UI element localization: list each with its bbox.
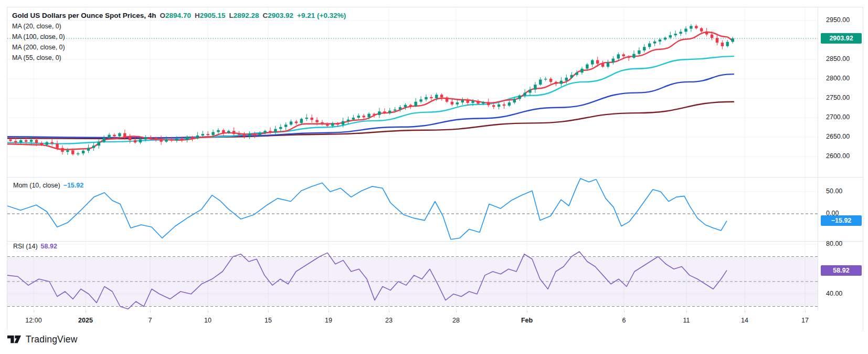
time-label-17: 17	[801, 317, 809, 324]
candle-body	[684, 29, 687, 32]
time-tick	[389, 310, 389, 313]
candle-body	[679, 32, 682, 34]
candle-body	[336, 123, 339, 124]
rsi-legend[interactable]: RSI (14)58.92	[12, 243, 58, 250]
candle-body	[165, 139, 167, 141]
candle-body	[580, 69, 583, 72]
candle-body	[731, 38, 734, 42]
candle-body	[186, 137, 188, 140]
momentum-label: Mom (10, close)	[13, 182, 60, 189]
tradingview-logo-icon	[7, 333, 22, 346]
time-label-12:00: 12:00	[25, 317, 41, 324]
candle-body	[534, 85, 536, 90]
ohlc-value-O: 2894.70	[165, 12, 191, 19]
candle-body	[56, 144, 58, 148]
candle-body	[144, 137, 147, 139]
candle-body	[61, 148, 63, 152]
momentum-legend[interactable]: Mom (10, close)−15.92	[12, 182, 84, 189]
price-tick-2750: 2750.00	[826, 94, 850, 101]
time-axis[interactable]: 12:00202571015192328Feb6111417	[7, 310, 863, 330]
candle-body	[284, 124, 287, 127]
candle-body	[425, 97, 427, 99]
candle-body	[363, 116, 365, 117]
time-tick	[527, 310, 527, 313]
candle-body	[601, 64, 604, 67]
time-label-7: 7	[149, 317, 152, 324]
candle-body	[648, 44, 651, 47]
candle-body	[539, 80, 542, 85]
candle-body	[170, 139, 173, 140]
time-label-15: 15	[264, 317, 272, 324]
candle-body	[596, 60, 599, 64]
candle-body	[35, 140, 38, 143]
time-tick	[745, 310, 745, 313]
price-tick-2600: 2600.00	[826, 152, 850, 160]
candle-body	[440, 95, 443, 97]
change-value: +9.21 (+0.32%)	[297, 12, 346, 19]
ma-legend-row-3[interactable]: MA (55, close, 0)	[12, 53, 346, 63]
time-tick	[268, 310, 269, 313]
candle-body	[638, 50, 640, 54]
current-price-badge: 2903.92	[821, 33, 862, 44]
candle-body	[9, 139, 12, 141]
symbol-title: Gold US Dollars per Ounce Spot Prices, 4…	[12, 12, 156, 19]
candle-body	[607, 63, 609, 67]
symbol-title-row[interactable]: Gold US Dollars per Ounce Spot Prices, 4…	[12, 11, 346, 21]
candle-body	[560, 81, 563, 84]
candle-body	[721, 43, 724, 46]
candle-body	[659, 39, 661, 41]
candle-body	[342, 121, 344, 125]
candle-body	[202, 134, 204, 136]
rsi-tick-80: 80.00	[826, 240, 842, 247]
candle-body	[435, 95, 438, 98]
candle-body	[77, 153, 79, 154]
brand-footer[interactable]: TradingView	[7, 333, 78, 346]
time-tick	[805, 310, 806, 313]
pane-divider-main-mom[interactable]	[7, 177, 863, 178]
candle-body	[227, 131, 230, 133]
price-tick-2850: 2850.00	[826, 55, 850, 63]
candle-body	[726, 42, 729, 46]
candle-body	[503, 105, 505, 106]
candle-body	[409, 105, 412, 106]
candle-body	[87, 148, 90, 151]
time-label-28: 28	[452, 317, 460, 324]
candle-body	[471, 101, 474, 103]
candle-body	[30, 140, 33, 142]
time-label-19: 19	[325, 317, 332, 324]
ma-legend-row-1[interactable]: MA (100, close, 0)	[12, 32, 346, 42]
candle-body	[523, 93, 526, 96]
rsi-badge: 58.92	[821, 265, 862, 276]
candle-body	[40, 143, 43, 145]
candle-body	[669, 35, 672, 37]
candle-body	[347, 120, 350, 121]
candle-body	[232, 131, 235, 134]
candle-body	[419, 99, 422, 101]
candle-body	[305, 118, 308, 119]
candle-body	[690, 26, 692, 28]
candle-body	[113, 135, 115, 137]
candle-body	[456, 102, 459, 105]
candle-body	[315, 120, 318, 122]
candle-body	[487, 102, 490, 105]
candle-body	[632, 54, 635, 58]
pane-divider-mom-rsi[interactable]	[7, 241, 863, 242]
candle-body	[352, 118, 355, 120]
candle-body	[700, 28, 703, 32]
ma-legend-row-2[interactable]: MA (200, close, 0)	[12, 42, 346, 53]
time-label-10: 10	[204, 317, 211, 324]
ma-legend-rows: MA (20, close, 0)MA (100, close, 0)MA (2…	[12, 21, 346, 63]
candle-body	[399, 107, 401, 109]
candle-body	[674, 34, 677, 35]
rsi-value: 58.92	[41, 243, 57, 250]
price-tick-2650: 2650.00	[826, 133, 850, 140]
candle-body	[51, 142, 54, 144]
time-tick	[624, 310, 624, 313]
candle-body	[357, 116, 360, 118]
candle-body	[160, 139, 162, 142]
ohlc-value-L: 2892.28	[234, 12, 259, 19]
candle-body	[331, 123, 334, 126]
page: Gold US Dollars per Ounce Spot Prices, 4…	[0, 0, 868, 354]
time-label-6: 6	[622, 317, 626, 324]
ma-legend-row-0[interactable]: MA (20, close, 0)	[12, 21, 346, 32]
